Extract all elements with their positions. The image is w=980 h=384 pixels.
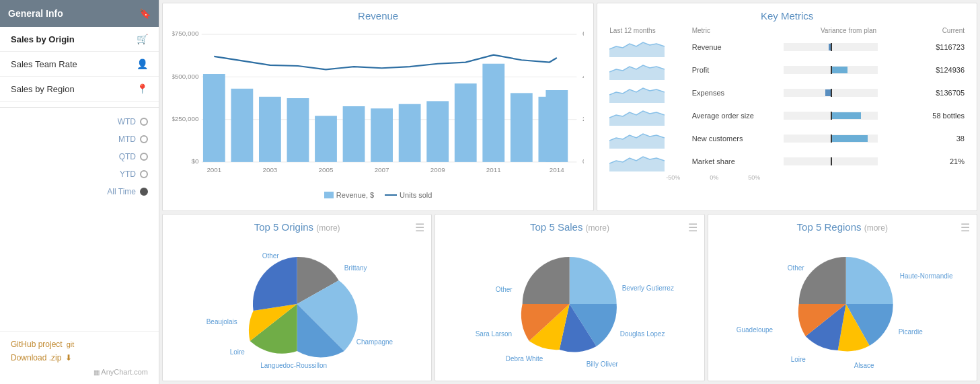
period-radio <box>140 170 148 178</box>
svg-rect-15 <box>287 98 309 162</box>
svg-text:2014: 2014 <box>550 166 564 174</box>
revenue-box-icon <box>324 192 334 198</box>
period-radio <box>140 153 148 161</box>
axis-neg50: -50% <box>666 174 680 181</box>
units-line-icon <box>385 194 397 196</box>
axis-pos50: 50% <box>748 174 760 181</box>
svg-text:Billy Oliver: Billy Oliver <box>587 360 619 368</box>
svg-text:Other: Other <box>787 264 804 272</box>
origins-title: Top 5 Origins (more) <box>172 221 422 233</box>
legend-units: Units sold <box>385 191 432 199</box>
svg-marker-38 <box>609 157 665 171</box>
menu-icon[interactable]: ☰ <box>688 221 698 234</box>
key-metrics-card: Key Metrics Last 12 months Metric Varian… <box>597 3 977 211</box>
period-alltime[interactable]: All Time <box>0 183 159 200</box>
sidebar-title: General Info <box>8 8 63 19</box>
github-link[interactable]: GitHub project git <box>11 340 148 349</box>
regions-title: Top 5 Regions (more) <box>718 221 967 233</box>
divider <box>0 107 159 108</box>
menu-icon[interactable]: ☰ <box>415 221 424 234</box>
svg-text:Picardie: Picardie <box>898 328 923 336</box>
svg-rect-21 <box>455 83 477 162</box>
bottom-row: ☰ Top 5 Origins (more) Britta <box>162 214 977 381</box>
svg-text:2009: 2009 <box>430 166 445 174</box>
github-link-label: GitHub project <box>11 340 63 349</box>
bookmark-icon: 🔖 <box>139 8 151 19</box>
sales-pie: Beverly Gutierrez Douglas Lopez Billy Ol… <box>445 237 694 371</box>
svg-text:Loire: Loire <box>790 356 806 363</box>
legend-revenue-label: Revenue, $ <box>336 191 374 199</box>
km-axis-inner: -50% 0% 50% <box>666 174 760 181</box>
period-mtd[interactable]: MTD <box>0 130 159 148</box>
period-label: MTD <box>118 135 136 144</box>
git-label: git <box>67 340 75 348</box>
key-metrics-table: Last 12 months Metric Variance from plan… <box>607 26 967 173</box>
svg-text:Douglas Lopez: Douglas Lopez <box>620 330 665 338</box>
axis-zero: 0% <box>710 174 718 181</box>
km-axis: -50% 0% 50% <box>607 173 967 182</box>
svg-rect-25 <box>545 90 568 162</box>
top5-regions-card: ☰ Top 5 Regions (more) Haute-Normandie <box>708 214 977 381</box>
svg-text:Brittany: Brittany <box>344 264 367 272</box>
period-label: YTD <box>120 169 136 179</box>
origins-more[interactable]: (more) <box>316 223 340 233</box>
svg-text:200: 200 <box>582 115 584 122</box>
period-label: All Time <box>107 187 136 196</box>
main-content: Revenue $750,000 $500,000 $250,000 $0 60… <box>159 0 980 384</box>
svg-rect-20 <box>426 101 449 162</box>
svg-text:Sara Larson: Sara Larson <box>476 330 512 338</box>
period-ytd[interactable]: YTD <box>0 165 159 183</box>
regions-more[interactable]: (more) <box>864 223 888 233</box>
key-metrics-title: Key Metrics <box>607 10 967 22</box>
sidebar-item-sales-by-origin[interactable]: Sales by Origin 🛒 <box>0 27 159 52</box>
sidebar-item-label: Sales Team Rate <box>11 59 77 69</box>
download-link[interactable]: Download .zip ⬇ <box>11 353 148 362</box>
svg-text:2007: 2007 <box>375 166 389 174</box>
sidebar-links: GitHub project git Download .zip ⬇ ▦ Any… <box>0 331 159 384</box>
top5-origins-card: ☰ Top 5 Origins (more) Britta <box>162 214 432 381</box>
period-qtd[interactable]: QTD <box>0 148 159 165</box>
svg-text:Beaujolais: Beaujolais <box>206 318 237 325</box>
svg-text:0: 0 <box>582 157 584 165</box>
download-link-label: Download .zip <box>11 353 61 362</box>
sidebar-item-sales-team-rate[interactable]: Sales Team Rate 👤 <box>0 52 159 77</box>
user-icon: 👤 <box>137 59 148 69</box>
svg-marker-35 <box>609 88 665 103</box>
svg-text:Champagne: Champagne <box>356 338 393 346</box>
cart-icon: 🛒 <box>137 34 148 44</box>
sidebar-item-label: Sales by Region <box>11 84 75 94</box>
svg-text:Loire: Loire <box>230 348 246 356</box>
col-metric: Metric <box>689 26 781 36</box>
svg-rect-16 <box>315 116 337 162</box>
col-variance: Variance from plan <box>781 26 916 36</box>
svg-text:2005: 2005 <box>319 166 334 174</box>
sales-more[interactable]: (more) <box>586 223 609 233</box>
svg-rect-18 <box>371 108 393 162</box>
period-wtd[interactable]: WTD <box>0 113 159 130</box>
svg-text:$250,000: $250,000 <box>172 115 199 122</box>
svg-text:Debra White: Debra White <box>506 355 543 362</box>
svg-rect-22 <box>482 64 504 162</box>
svg-text:$0: $0 <box>191 157 198 165</box>
svg-text:Other: Other <box>262 252 280 260</box>
svg-rect-19 <box>399 104 421 162</box>
period-label: WTD <box>118 117 136 126</box>
sales-title: Top 5 Sales (more) <box>445 221 694 233</box>
svg-marker-34 <box>609 65 665 80</box>
sidebar: General Info 🔖 Sales by Origin 🛒 Sales T… <box>0 0 159 384</box>
anychart-logo: ▦ AnyChart.com <box>11 368 148 376</box>
svg-text:Other: Other <box>496 286 513 293</box>
menu-icon[interactable]: ☰ <box>960 221 970 234</box>
svg-rect-13 <box>231 89 253 162</box>
top5-sales-card: ☰ Top 5 Sales (more) Beverly Gutierrez <box>435 214 704 381</box>
download-icon: ⬇ <box>65 353 72 362</box>
svg-text:400: 400 <box>582 73 584 80</box>
top-row: Revenue $750,000 $500,000 $250,000 $0 60… <box>162 3 977 211</box>
svg-marker-36 <box>609 111 665 126</box>
sidebar-item-sales-by-region[interactable]: Sales by Region 📍 <box>0 77 159 102</box>
period-radio <box>140 118 148 126</box>
svg-text:$750,000: $750,000 <box>172 30 199 37</box>
sidebar-header: General Info 🔖 <box>0 0 159 27</box>
period-radio <box>140 188 148 196</box>
revenue-legend: Revenue, $ Units sold <box>172 191 584 199</box>
